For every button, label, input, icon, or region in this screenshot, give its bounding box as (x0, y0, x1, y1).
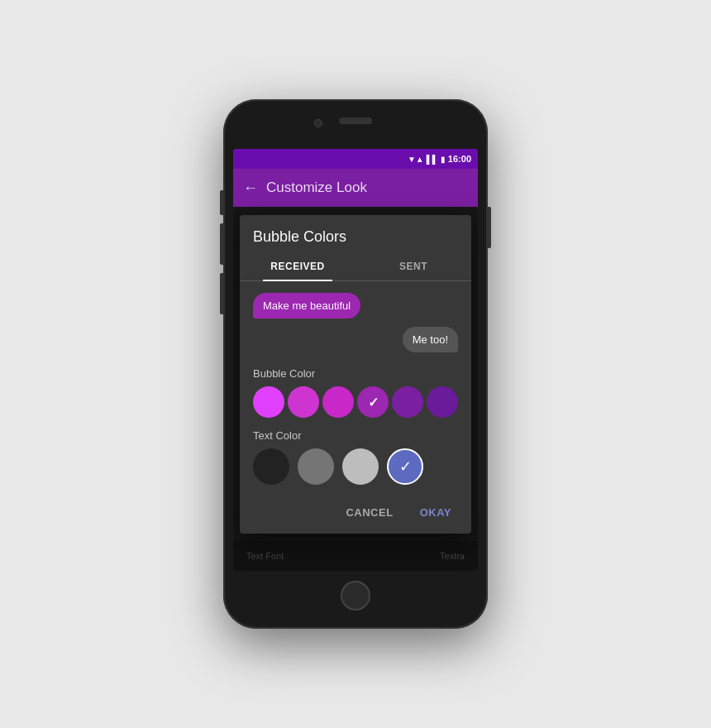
message-preview: Make me beautiful Me too! (240, 281, 471, 364)
text-color-dark-gray[interactable] (298, 448, 334, 485)
phone-outer: ▼▲ ▌▌ ▮ 16:00 ← Customize Look S Bubble … (223, 99, 488, 629)
top-bar: ← Customize Look (233, 169, 478, 207)
color-circle-4[interactable] (392, 386, 423, 418)
check-mark-icon: ✓ (399, 457, 412, 476)
dialog-tabs: RECEIVED SENT (240, 252, 471, 281)
bubble-colors-dialog: Bubble Colors RECEIVED SENT Make me beau… (240, 215, 471, 534)
bubble-received: Make me beautiful (253, 293, 360, 318)
bubble-sent: Me too! (403, 327, 458, 352)
signal-icon: ▌▌ (427, 155, 438, 164)
bubble-color-label: Bubble Color (253, 367, 458, 380)
dialog-buttons: CANCEL OKAY (240, 495, 471, 534)
phone-camera (314, 119, 322, 127)
phone-speaker (339, 117, 372, 124)
phone-screen: ▼▲ ▌▌ ▮ 16:00 ← Customize Look S Bubble … (233, 149, 478, 571)
text-color-white-selected[interactable]: ✓ (387, 448, 423, 485)
phone-button-left1 (220, 190, 223, 215)
cancel-button[interactable]: CANCEL (332, 498, 406, 527)
status-bar-icons: ▼▲ ▌▌ ▮ 16:00 (408, 154, 471, 164)
text-color-black[interactable] (253, 448, 289, 485)
text-colors-row: ✓ (253, 448, 458, 485)
wifi-icon: ▼▲ (408, 155, 424, 164)
status-bar: ▼▲ ▌▌ ▮ 16:00 (233, 149, 478, 169)
bubble-colors-row (253, 386, 458, 418)
phone-button-left3 (220, 273, 223, 314)
text-color-section: Text Color ✓ (240, 426, 471, 495)
color-circle-2[interactable] (322, 386, 354, 418)
tab-sent[interactable]: SENT (356, 252, 471, 280)
color-circle-0[interactable] (253, 386, 284, 418)
text-color-label: Text Color (253, 429, 458, 442)
phone-button-right (488, 207, 491, 248)
dialog-overlay: Bubble Colors RECEIVED SENT Make me beau… (233, 207, 478, 571)
bubble-color-section: Bubble Color (240, 364, 471, 426)
color-circle-1[interactable] (288, 386, 319, 418)
phone-home-button[interactable] (341, 581, 370, 611)
text-color-light-gray[interactable] (342, 448, 379, 485)
dialog-title: Bubble Colors (240, 215, 471, 252)
color-circle-3[interactable] (357, 386, 389, 418)
color-circle-5[interactable] (427, 386, 458, 418)
back-button[interactable]: ← (243, 180, 258, 197)
tab-received[interactable]: RECEIVED (240, 252, 356, 280)
okay-button[interactable]: OKAY (407, 498, 465, 527)
status-time: 16:00 (448, 154, 471, 164)
battery-icon: ▮ (441, 155, 446, 164)
top-bar-title: Customize Look (266, 180, 367, 196)
phone-button-left2 (220, 223, 223, 265)
